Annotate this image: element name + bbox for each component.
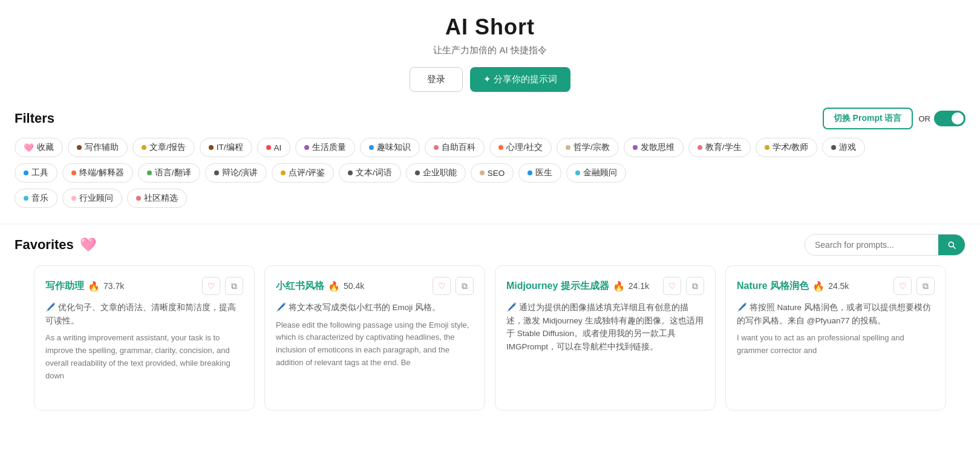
- filter-tag[interactable]: 行业顾问: [62, 189, 122, 208]
- filter-tag[interactable]: 音乐: [15, 189, 57, 208]
- card-favorite-button[interactable]: ♡: [893, 277, 912, 295]
- filter-dot-icon: [142, 145, 146, 150]
- favorites-header: Favorites 🩷: [15, 234, 965, 256]
- card-favorite-button[interactable]: ♡: [202, 277, 220, 295]
- filter-dot-icon: [498, 145, 503, 150]
- filter-tag[interactable]: 语言/翻译: [138, 163, 200, 183]
- filter-dot-icon: [415, 170, 420, 175]
- login-button[interactable]: 登录: [410, 67, 463, 92]
- filter-tag[interactable]: 教育/学生: [688, 138, 751, 157]
- filter-tag[interactable]: 辩论/演讲: [205, 163, 267, 183]
- switch-lang-button[interactable]: 切换 Prompt 语言: [823, 108, 913, 129]
- filter-tag[interactable]: 生活质量: [295, 138, 355, 157]
- filter-dot-icon: [348, 170, 353, 175]
- search-icon: [947, 240, 956, 250]
- favorite-card: 写作助理 🔥 73.7k ♡ ⧉ 🖊️ 优化句子、文章的语法、清晰度和简洁度，提…: [34, 265, 255, 410]
- filter-tag-label: 哲学/宗教: [573, 142, 610, 153]
- filter-tag-label: 文本/词语: [356, 167, 392, 178]
- filter-dot-icon: [24, 196, 28, 201]
- filter-tag[interactable]: 企业职能: [406, 163, 466, 183]
- filter-tag[interactable]: AI: [257, 138, 291, 157]
- filter-row: 工具终端/解释器语言/翻译辩论/演讲点评/评鉴文本/词语企业职能SEO医生金融顾…: [15, 163, 965, 183]
- filter-tag[interactable]: 游戏: [822, 138, 865, 157]
- filter-tag-label: 社区精选: [144, 193, 178, 204]
- search-button[interactable]: [938, 235, 965, 255]
- filter-tag[interactable]: IT/编程: [200, 138, 252, 157]
- filter-tag[interactable]: 发散思维: [624, 138, 684, 157]
- toggle-or-group: OR: [919, 111, 966, 126]
- filter-dot-icon: [71, 196, 76, 201]
- card-title: Nature 风格润色 🔥 24.5k: [737, 280, 849, 293]
- filter-tag-label: 心理/社交: [506, 142, 543, 153]
- filter-dot-icon: [480, 170, 485, 175]
- card-copy-button[interactable]: ⧉: [686, 277, 704, 295]
- card-actions: ♡ ⧉: [433, 277, 474, 295]
- filter-tag[interactable]: 心理/社交: [489, 138, 552, 157]
- filter-dot-icon: [147, 170, 152, 175]
- filter-dot-icon: [633, 145, 638, 150]
- filter-tag[interactable]: 终端/解释器: [62, 163, 133, 183]
- filter-dot-icon: [575, 170, 580, 175]
- favorites-heart-icon: 🩷: [80, 237, 96, 253]
- card-body: As a writing improvement assistant, your…: [45, 332, 243, 382]
- card-header: 小红书风格 🔥 50.4k ♡ ⧉: [276, 277, 474, 295]
- card-title: Midjourney 提示生成器 🔥 24.1k: [506, 280, 649, 293]
- card-copy-button[interactable]: ⧉: [916, 277, 935, 295]
- filters-header: Filters 切换 Prompt 语言 OR: [15, 108, 965, 129]
- filter-tag-label: 音乐: [31, 193, 48, 204]
- filter-tag[interactable]: 金融顾问: [566, 163, 626, 183]
- card-count: 24.1k: [629, 281, 649, 291]
- filter-tag-label: AI: [274, 143, 282, 152]
- page-title: AI Short: [0, 15, 980, 40]
- filter-tag[interactable]: 文章/报告: [132, 138, 195, 157]
- filter-tag[interactable]: 🩷收藏: [15, 138, 63, 157]
- filter-tag[interactable]: 工具: [15, 163, 57, 183]
- filter-dot-icon: [136, 196, 141, 201]
- filter-dot-icon: [304, 145, 309, 150]
- card-count: 50.4k: [344, 281, 364, 291]
- filter-tag-label: 企业职能: [423, 167, 457, 178]
- filter-dot-icon: [71, 170, 76, 175]
- search-input[interactable]: [805, 235, 938, 255]
- filter-row: 🩷收藏写作辅助文章/报告IT/编程AI生活质量趣味知识自助百科心理/社交哲学/宗…: [15, 138, 965, 157]
- filter-tag-label: 写作辅助: [85, 142, 119, 153]
- card-favorite-button[interactable]: ♡: [663, 277, 681, 295]
- filter-tag[interactable]: 医生: [518, 163, 561, 183]
- filter-tag[interactable]: 点评/评鉴: [272, 163, 334, 183]
- favorites-section: Favorites 🩷 写作助理 🔥 73.7k ♡ ⧉ 🖊️ 优化: [0, 224, 980, 417]
- filter-tag[interactable]: 趣味知识: [360, 138, 420, 157]
- filter-tag-label: 金融顾问: [583, 167, 617, 178]
- filter-tag[interactable]: 文本/词语: [339, 163, 401, 183]
- card-copy-button[interactable]: ⧉: [225, 277, 243, 295]
- header: AI Short 让生产力加倍的 AI 快捷指令 登录 ✦ 分享你的提示词: [0, 0, 980, 102]
- filter-dot-icon: [214, 170, 219, 175]
- filter-tag-label: 语言/翻译: [155, 167, 191, 178]
- filter-tag[interactable]: 学术/教师: [756, 138, 818, 157]
- favorite-card: Nature 风格润色 🔥 24.5k ♡ ⧉ 🖊️ 将按照 Nature 风格…: [725, 265, 946, 410]
- filter-dot-icon: [831, 145, 836, 150]
- header-button-group: 登录 ✦ 分享你的提示词: [0, 67, 980, 92]
- toggle-or-label: OR: [919, 114, 931, 123]
- filter-tag[interactable]: 写作辅助: [68, 138, 128, 157]
- card-favorite-button[interactable]: ♡: [433, 277, 451, 295]
- filter-tag-label: 终端/解释器: [79, 167, 124, 178]
- filter-tag[interactable]: 社区精选: [127, 189, 187, 208]
- filter-tag-label: 教育/学生: [705, 142, 742, 153]
- card-copy-button[interactable]: ⧉: [456, 277, 474, 295]
- share-button[interactable]: ✦ 分享你的提示词: [470, 67, 570, 92]
- filter-tag[interactable]: 自助百科: [425, 138, 485, 157]
- filter-tag[interactable]: 哲学/宗教: [557, 138, 619, 157]
- filters-controls: 切换 Prompt 语言 OR: [823, 108, 965, 129]
- toggle-switch[interactable]: [934, 111, 965, 126]
- filter-tag[interactable]: SEO: [471, 163, 514, 183]
- filter-tag-label: 趣味知识: [377, 142, 411, 153]
- card-title: 小红书风格 🔥 50.4k: [276, 280, 364, 293]
- filter-tag-emoji: 🩷: [24, 143, 34, 152]
- filter-dot-icon: [266, 145, 271, 150]
- card-description: 🖊️ 优化句子、文章的语法、清晰度和简洁度，提高可读性。: [45, 301, 243, 327]
- card-header: 写作助理 🔥 73.7k ♡ ⧉: [45, 277, 243, 295]
- filter-tag-label: 游戏: [839, 142, 856, 153]
- card-header: Midjourney 提示生成器 🔥 24.1k ♡ ⧉: [506, 277, 704, 295]
- filter-dot-icon: [369, 145, 374, 150]
- filter-tag-label: 发散思维: [641, 142, 675, 153]
